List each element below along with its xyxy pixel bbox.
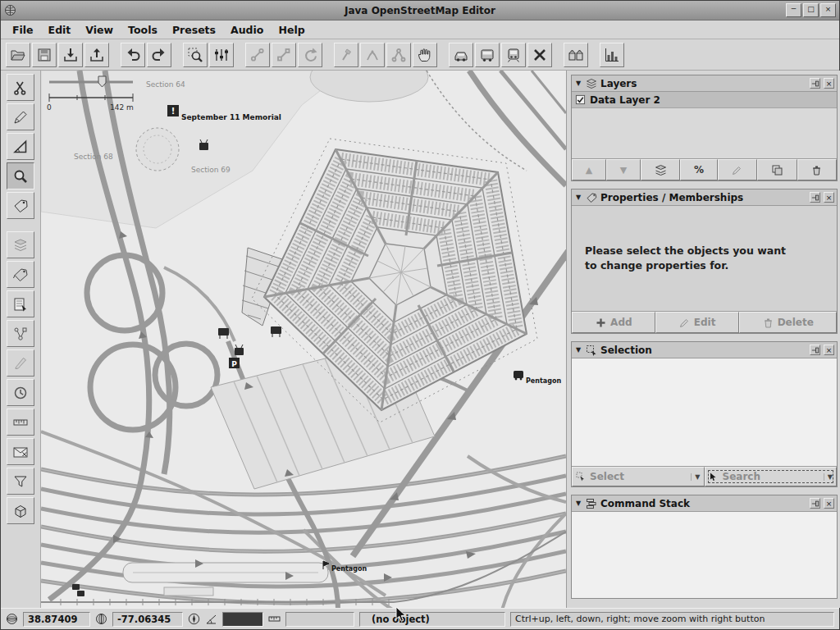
properties-body: Please select the objects you want to ch… <box>572 206 837 311</box>
terrace-building-button[interactable] <box>564 43 588 67</box>
sticky-icon[interactable] <box>810 78 820 89</box>
merge-nodes-icon[interactable] <box>272 43 296 67</box>
map-paint-dialog-button[interactable] <box>7 349 34 377</box>
layer-row[interactable]: Data Layer 2 <box>572 92 837 108</box>
map-canvas[interactable]: 0 142 m Section 64 Section 68 Section 69… <box>41 71 566 608</box>
scissors-tool-button[interactable] <box>7 74 34 101</box>
memorial-label: September 11 Memorial <box>181 113 281 121</box>
duplicate-layer-button[interactable] <box>757 159 797 180</box>
open-file-button[interactable] <box>6 43 30 67</box>
combine-way-icon[interactable] <box>360 43 385 67</box>
sticky-icon[interactable] <box>810 192 820 203</box>
longitude-field: -77.06345 <box>112 612 183 627</box>
select-button[interactable]: Select ▼ <box>572 467 705 486</box>
properties-panel-header: ▼ Properties / Memberships × <box>572 189 837 206</box>
filter-dialog-button[interactable] <box>7 468 34 495</box>
tag-icon <box>586 192 597 203</box>
menu-help[interactable]: Help <box>272 22 311 38</box>
split-way-icon[interactable] <box>334 43 358 67</box>
collapse-icon[interactable]: ▼ <box>574 346 582 354</box>
relations-dialog-button[interactable] <box>7 320 34 347</box>
close-icon[interactable]: × <box>824 192 834 203</box>
delete-button[interactable]: Delete <box>739 312 837 333</box>
menu-file[interactable]: File <box>6 22 40 38</box>
conflict-dialog-button[interactable] <box>7 438 34 465</box>
selection-list[interactable] <box>572 358 837 466</box>
rename-layer-button[interactable] <box>718 159 757 180</box>
measurement-dialog-button[interactable] <box>7 409 34 436</box>
layer-visible-icon <box>575 94 586 105</box>
selection-panel-title: Selection <box>600 345 806 356</box>
sticky-icon[interactable] <box>810 345 820 355</box>
menu-presets[interactable]: Presets <box>166 22 222 38</box>
redo-button[interactable] <box>147 43 171 67</box>
measure-tool-button[interactable] <box>7 133 34 160</box>
upload-data-button[interactable] <box>84 43 109 67</box>
search-button[interactable]: Search ▼ <box>705 467 838 486</box>
selection-icon <box>586 345 597 356</box>
maximize-button[interactable]: □ <box>803 3 819 17</box>
side-toolbar <box>1 71 41 608</box>
layers-panel: ▼ Layers × Data Layer 2 ▲ ▼ % <box>571 75 838 181</box>
menu-tools[interactable]: Tools <box>121 22 164 38</box>
layer-up-button[interactable]: ▲ <box>572 159 606 180</box>
layer-opacity-button[interactable]: % <box>680 159 717 180</box>
unglue-node-icon[interactable] <box>245 43 270 67</box>
edit-button[interactable]: Edit <box>655 312 739 333</box>
sticky-icon[interactable] <box>810 498 820 509</box>
select-dropdown-arrow[interactable]: ▼ <box>691 473 700 481</box>
delete-layer-button[interactable] <box>797 159 837 180</box>
layer-down-button[interactable]: ▼ <box>606 159 641 180</box>
delete-tag-tool-button[interactable] <box>7 192 34 219</box>
collapse-icon[interactable]: ▼ <box>574 500 582 507</box>
command-stack-icon <box>586 498 597 509</box>
layers-panel-title: Layers <box>600 78 806 89</box>
download-data-button[interactable] <box>58 43 83 67</box>
draw-node-tool-button[interactable] <box>7 103 34 130</box>
layers-icon <box>586 78 597 89</box>
car-preset-button[interactable] <box>449 43 473 67</box>
pan-hand-button[interactable] <box>413 43 437 67</box>
collapse-icon[interactable]: ▼ <box>574 80 582 87</box>
properties-panel-title: Properties / Memberships <box>600 192 806 203</box>
selection-panel-header: ▼ Selection × <box>572 342 837 358</box>
selection-panel: ▼ Selection × Select ▼ Search <box>571 341 838 487</box>
bus-preset-button[interactable] <box>475 43 500 67</box>
scale-distance-label: 142 m <box>110 103 134 112</box>
histogram-tool-button[interactable] <box>600 43 624 67</box>
undo-button[interactable] <box>121 43 145 67</box>
close-icon[interactable]: × <box>824 78 834 89</box>
angle-icon <box>205 613 217 625</box>
search-dropdown-arrow[interactable]: ▼ <box>824 473 833 481</box>
save-button[interactable] <box>32 43 57 67</box>
minimize-button[interactable]: ─ <box>786 3 801 17</box>
selection-dialog-button[interactable] <box>7 290 34 317</box>
zoom-to-selection-button[interactable] <box>183 43 208 67</box>
layer-name: Data Layer 2 <box>590 94 660 106</box>
longitude-icon <box>95 613 107 625</box>
menu-edit[interactable]: Edit <box>42 22 78 38</box>
layers-list: Data Layer 2 <box>572 92 837 158</box>
title-bar[interactable]: Java OpenStreetMap Editor ─ □ × <box>1 1 839 21</box>
delete-mode-button[interactable] <box>527 43 552 67</box>
layers-dialog-button[interactable] <box>7 231 34 258</box>
history-dialog-button[interactable] <box>7 379 34 406</box>
close-button[interactable]: × <box>820 3 836 17</box>
merge-layer-button[interactable] <box>641 159 680 180</box>
zoom-tool-button[interactable] <box>7 162 34 189</box>
close-icon[interactable]: × <box>824 345 834 355</box>
josm-window: Java OpenStreetMap Editor ─ □ × File Edi… <box>0 0 840 630</box>
train-preset-button[interactable] <box>501 43 526 67</box>
layers-panel-header: ▼ Layers × <box>572 75 837 92</box>
refresh-icon[interactable] <box>298 43 322 67</box>
align-nodes-icon[interactable] <box>386 43 411 67</box>
command-stack-list[interactable] <box>572 512 837 598</box>
menu-view[interactable]: View <box>79 22 120 38</box>
add-button[interactable]: Add <box>572 312 655 333</box>
menu-audio[interactable]: Audio <box>224 22 270 38</box>
changeset-dialog-button[interactable] <box>7 497 34 524</box>
properties-dialog-button[interactable] <box>7 261 34 288</box>
preferences-button[interactable] <box>209 43 234 67</box>
collapse-icon[interactable]: ▼ <box>574 194 582 201</box>
close-icon[interactable]: × <box>824 498 834 509</box>
